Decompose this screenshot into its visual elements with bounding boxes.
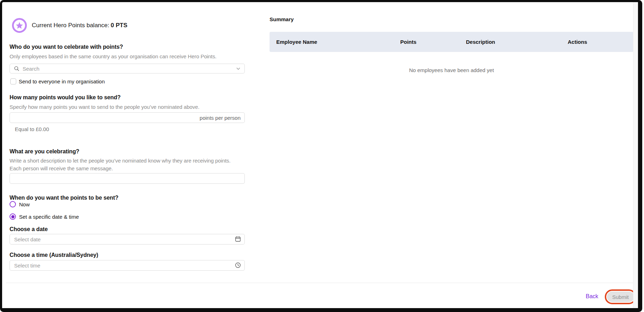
radio-now-label: Now <box>19 201 30 207</box>
hero-points-balance: Current Hero Points balance:0 PTS <box>10 18 127 33</box>
date-heading: Choose a date <box>10 226 48 232</box>
points-input-wrap[interactable]: points per person <box>10 112 245 123</box>
send-to-everyone-checkbox-row[interactable]: Send to everyone in my organisation <box>10 78 105 84</box>
search-input[interactable] <box>10 64 245 73</box>
balance-label: Current Hero Points balance: <box>32 22 109 29</box>
column-actions: Actions <box>561 39 633 45</box>
submit-button[interactable]: Submit <box>607 292 634 302</box>
points-description: Specify how many points you want to send… <box>10 103 200 111</box>
submit-highlight-ring: Submit <box>605 289 636 304</box>
radio-specific-datetime[interactable] <box>10 213 16 220</box>
recipients-description: Only employees based in the same country… <box>10 53 217 60</box>
radio-now[interactable] <box>10 201 16 207</box>
back-button[interactable]: Back <box>586 293 598 300</box>
send-to-everyone-label: Send to everyone in my organisation <box>19 78 105 84</box>
clock-icon[interactable] <box>235 262 241 268</box>
balance-value: 0 PTS <box>111 22 127 29</box>
recipients-heading: Who do you want to celebrate with points… <box>10 44 123 50</box>
date-input[interactable] <box>10 234 245 245</box>
star-circle-icon <box>12 18 27 33</box>
celebration-description-line2: Each person will receive the same messag… <box>10 165 230 172</box>
points-conversion-note: Equal to £0.00 <box>15 126 49 132</box>
points-input[interactable] <box>10 112 245 123</box>
time-input[interactable] <box>10 260 245 271</box>
schedule-option-now[interactable]: Now <box>10 201 30 207</box>
column-employee-name: Employee Name <box>270 39 394 45</box>
vertical-scrollbar[interactable] <box>633 2 638 308</box>
celebration-input-wrap[interactable] <box>10 173 245 184</box>
celebration-heading: What are you celebrating? <box>10 148 79 155</box>
summary-empty-message: No employees have been added yet <box>270 67 633 73</box>
summary-heading: Summary <box>270 16 294 22</box>
celebration-description: Write a short description to let the peo… <box>10 157 230 172</box>
calendar-icon[interactable] <box>235 236 241 242</box>
date-input-wrap[interactable] <box>10 234 245 245</box>
time-input-wrap[interactable] <box>10 260 245 271</box>
chevron-down-icon[interactable] <box>236 67 240 70</box>
celebration-description-line1: Write a short description to let the peo… <box>10 157 230 165</box>
recipient-search[interactable] <box>10 64 245 73</box>
balance-text: Current Hero Points balance:0 PTS <box>32 22 127 29</box>
time-heading: Choose a time (Australia/Sydney) <box>10 252 98 258</box>
celebration-input[interactable] <box>10 173 245 184</box>
column-description: Description <box>459 39 561 45</box>
schedule-option-specific[interactable]: Set a specific date & time <box>10 213 79 220</box>
radio-specific-datetime-label: Set a specific date & time <box>19 214 79 220</box>
footer-divider <box>6 283 636 283</box>
send-to-everyone-checkbox[interactable] <box>10 78 16 84</box>
column-points: Points <box>394 39 459 45</box>
summary-table-header: Employee Name Points Description Actions <box>270 32 633 52</box>
schedule-heading: When do you want the points to be sent? <box>10 195 118 201</box>
points-heading: How many points would you like to send? <box>10 94 120 101</box>
